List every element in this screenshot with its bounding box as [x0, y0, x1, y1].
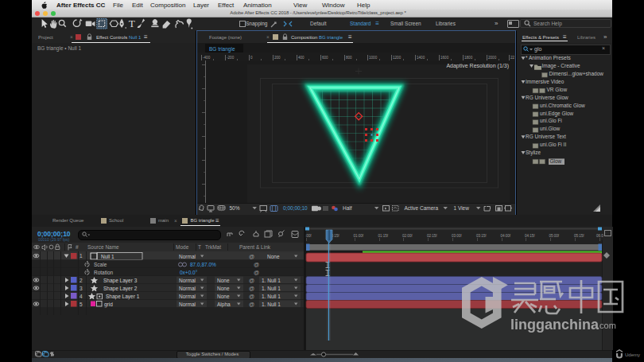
svg-text:01:00f: 01:00f — [354, 234, 364, 238]
svg-text:-200: -200 — [227, 56, 235, 60]
svg-text:#: # — [76, 244, 79, 250]
svg-text:None: None — [267, 254, 280, 259]
svg-text:50%: 50% — [230, 205, 240, 211]
svg-text:87.0,87.0%: 87.0,87.0% — [190, 262, 216, 267]
svg-text:02:00f: 02:00f — [402, 234, 413, 238]
svg-text:Half: Half — [343, 205, 352, 211]
svg-text:Active Camera: Active Camera — [405, 205, 439, 211]
svg-text:1200: 1200 — [393, 56, 402, 60]
svg-text:@: @ — [249, 286, 254, 291]
svg-text:Source Name: Source Name — [87, 244, 119, 250]
svg-text:uni.Glo Fi: uni.Glo Fi — [540, 118, 562, 123]
svg-text:Normal: Normal — [179, 278, 196, 283]
svg-text::00f: :00f — [305, 234, 312, 238]
svg-text:1: 1 — [80, 253, 83, 259]
svg-text:Normal: Normal — [179, 302, 196, 307]
svg-text:3: 3 — [80, 286, 83, 291]
svg-text:5: 5 — [80, 302, 83, 307]
svg-text:02:15f: 02:15f — [427, 234, 437, 238]
svg-text:RG Universe Glow: RG Universe Glow — [526, 95, 568, 100]
svg-text:1. Null 1: 1. Null 1 — [262, 278, 281, 283]
svg-text:06:00f: 06:00f — [596, 234, 603, 238]
svg-text:None: None — [217, 278, 230, 283]
svg-text:Normal: Normal — [179, 286, 196, 291]
svg-text:VR Glow: VR Glow — [547, 87, 568, 92]
svg-text:Scale: Scale — [94, 262, 107, 267]
svg-text:T: T — [129, 18, 135, 29]
svg-text:1. Null 1: 1. Null 1 — [262, 286, 281, 291]
svg-text:-400: -400 — [203, 56, 211, 60]
svg-text:@: @ — [254, 270, 259, 275]
svg-text:Shape Layer 3: Shape Layer 3 — [103, 278, 138, 284]
svg-text:grid: grid — [104, 302, 113, 308]
svg-text:Null 1: Null 1 — [101, 254, 114, 259]
svg-text:uni.Glow: uni.Glow — [540, 126, 561, 131]
svg-text:None: None — [217, 294, 230, 299]
svg-text:Alpha: Alpha — [217, 302, 231, 308]
svg-text:T: T — [198, 244, 201, 250]
svg-text:Normal: Normal — [179, 294, 196, 299]
svg-text:Rotation: Rotation — [94, 270, 114, 275]
svg-text:Shape Layer 1: Shape Layer 1 — [106, 294, 140, 300]
svg-text:1600: 1600 — [440, 56, 449, 60]
svg-text:uni.Chromatic Glow: uni.Chromatic Glow — [540, 103, 585, 108]
svg-text:4: 4 — [80, 294, 83, 299]
svg-text:1. Null 1: 1. Null 1 — [262, 302, 281, 307]
svg-text:.com: .com — [597, 321, 616, 330]
svg-text:1. Null 1: 1. Null 1 — [262, 294, 281, 299]
svg-text:Image - Creative: Image - Creative — [542, 63, 580, 69]
svg-text:22: 22 — [510, 56, 515, 60]
svg-text:Udemy: Udemy — [625, 352, 640, 357]
svg-text:600: 600 — [322, 56, 328, 60]
svg-text:200: 200 — [274, 56, 281, 60]
svg-text:05:15f: 05:15f — [574, 234, 584, 238]
svg-text:@: @ — [249, 254, 254, 259]
svg-text:uni.Glo Fi II: uni.Glo Fi II — [540, 142, 566, 147]
svg-text:2000: 2000 — [488, 56, 497, 60]
svg-text:@: @ — [249, 302, 254, 307]
svg-text:04:15f: 04:15f — [525, 234, 535, 238]
svg-text:Parent & Link: Parent & Link — [239, 244, 271, 250]
svg-text:lingganchina: lingganchina — [510, 317, 599, 333]
svg-text:Mode: Mode — [176, 244, 189, 250]
svg-text:04:00f: 04:00f — [501, 234, 511, 238]
svg-text:@: @ — [249, 278, 254, 283]
svg-text:Normal: Normal — [179, 254, 196, 259]
svg-text:None: None — [217, 286, 230, 291]
svg-text:03:15f: 03:15f — [476, 234, 487, 238]
svg-text:@: @ — [249, 294, 254, 299]
svg-text:0: 0 — [250, 56, 253, 60]
svg-text:03:00f: 03:00f — [452, 234, 462, 238]
svg-text:1 View: 1 View — [454, 205, 470, 211]
svg-text:Shape Layer 2: Shape Layer 2 — [103, 286, 138, 292]
svg-text:* Animation Presets: * Animation Presets — [526, 55, 571, 60]
svg-text:1000: 1000 — [369, 56, 378, 60]
svg-text:05:00f: 05:00f — [549, 234, 560, 238]
svg-text:Glow: Glow — [550, 158, 562, 164]
svg-text:Immersive Video: Immersive Video — [526, 79, 564, 84]
svg-text:RG Universe Text: RG Universe Text — [526, 134, 566, 139]
svg-text:uni.Edge Glow: uni.Edge Glow — [540, 111, 574, 117]
svg-text:01:15f: 01:15f — [378, 234, 389, 238]
svg-text:0x+0.0°: 0x+0.0° — [180, 270, 198, 275]
svg-text:@: @ — [254, 262, 259, 267]
svg-text:Dimensi...glow+shadow: Dimensi...glow+shadow — [549, 71, 604, 77]
svg-text:Stylize: Stylize — [526, 150, 541, 156]
svg-text:TrkMat: TrkMat — [205, 244, 221, 250]
svg-text:0;00;00;10: 0;00;00;10 — [283, 205, 308, 211]
svg-text:400: 400 — [298, 56, 305, 60]
svg-text:800: 800 — [346, 56, 352, 60]
svg-text:1400: 1400 — [417, 56, 425, 60]
svg-text:1800: 1800 — [464, 56, 473, 60]
svg-text:2: 2 — [80, 278, 83, 283]
